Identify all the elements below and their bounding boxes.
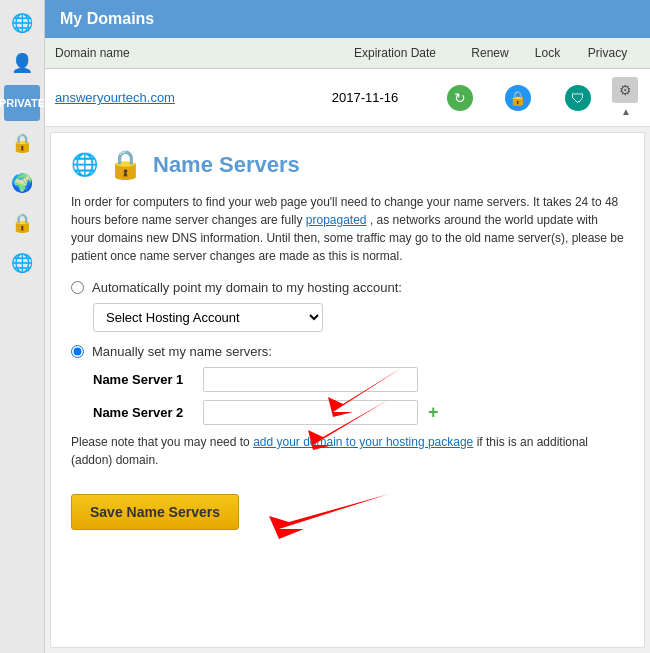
ns2-input[interactable] — [203, 400, 418, 425]
col-lock: Lock — [520, 46, 575, 60]
ns1-label: Name Server 1 — [93, 372, 193, 387]
add-ns-button[interactable]: + — [428, 402, 439, 423]
save-button[interactable]: Save Name Servers — [71, 494, 239, 530]
note-text: Please note that you may need to add you… — [71, 433, 624, 469]
ns1-input[interactable] — [203, 367, 418, 392]
auto-option-label[interactable]: Automatically point my domain to my host… — [92, 280, 402, 295]
save-row: Save Name Servers — [71, 484, 624, 539]
domain-link[interactable]: answeryourtech.com — [55, 90, 175, 105]
sidebar-icon-lock[interactable]: 🔒 — [4, 125, 40, 161]
panel-globe-icon: 🌐 — [71, 152, 98, 178]
lock-icon[interactable]: 🔒 — [505, 85, 531, 111]
settings-icon[interactable]: ⚙ — [612, 77, 638, 103]
sidebar-icon-globe2[interactable]: 🌐 — [4, 245, 40, 281]
ns1-row: Name Server 1 — [93, 367, 624, 392]
description-text: In order for computers to find your web … — [71, 193, 624, 265]
sidebar-icon-private[interactable]: PRIVATE — [4, 85, 40, 121]
manual-option-row: Manually set my name servers: — [71, 344, 624, 359]
manual-option-label[interactable]: Manually set my name servers: — [92, 344, 272, 359]
arrow-save — [249, 484, 389, 539]
col-privacy: Privacy — [575, 46, 640, 60]
col-renew: Renew — [460, 46, 520, 60]
ns2-label: Name Server 2 — [93, 405, 193, 420]
auto-radio[interactable] — [71, 281, 84, 294]
col-domain: Domain name — [55, 46, 330, 60]
page-header: My Domains — [45, 0, 650, 38]
propagated-link[interactable]: propagated — [306, 213, 367, 227]
hosting-select-container: Select Hosting Account — [93, 303, 624, 332]
domain-row: answeryourtech.com 2017-11-16 ↻ 🔒 🛡 ⚙ ▲ — [45, 69, 650, 127]
sidebar-icon-user[interactable]: 👤 — [4, 45, 40, 81]
panel-inner: 🌐 🔒 Name Servers In order for computers … — [71, 148, 624, 539]
hosting-account-select[interactable]: Select Hosting Account — [93, 303, 323, 332]
panel-title-row: 🌐 🔒 Name Servers — [71, 148, 624, 181]
col-expiration: Expiration Date — [330, 46, 460, 60]
sidebar-icon-lock2[interactable]: 🔒 — [4, 205, 40, 241]
page-title: My Domains — [60, 10, 154, 27]
sidebar-icon-globe[interactable]: 🌐 — [4, 5, 40, 41]
panel-title: Name Servers — [153, 152, 300, 178]
hosting-package-link[interactable]: add your domain to your hosting package — [253, 435, 473, 449]
content-panel: 🌐 🔒 Name Servers In order for computers … — [50, 132, 645, 648]
panel-lock-icon: 🔒 — [108, 148, 143, 181]
table-header: Domain name Expiration Date Renew Lock P… — [45, 38, 650, 69]
auto-option-row: Automatically point my domain to my host… — [71, 280, 624, 295]
renew-icon[interactable]: ↻ — [447, 85, 473, 111]
expiration-date: 2017-11-16 — [300, 90, 430, 105]
sidebar-icon-world[interactable]: 🌍 — [4, 165, 40, 201]
ns2-row: Name Server 2 + — [93, 400, 624, 425]
privacy-icon[interactable]: 🛡 — [565, 85, 591, 111]
sidebar: 🌐 👤 PRIVATE 🔒 🌍 🔒 🌐 — [0, 0, 45, 653]
manual-radio[interactable] — [71, 345, 84, 358]
name-server-section: Name Server 1 Name Server 2 + — [93, 367, 624, 425]
svg-marker-2 — [269, 494, 389, 539]
main-area: My Domains Domain name Expiration Date R… — [45, 0, 650, 653]
chevron-icon: ▲ — [621, 106, 631, 117]
